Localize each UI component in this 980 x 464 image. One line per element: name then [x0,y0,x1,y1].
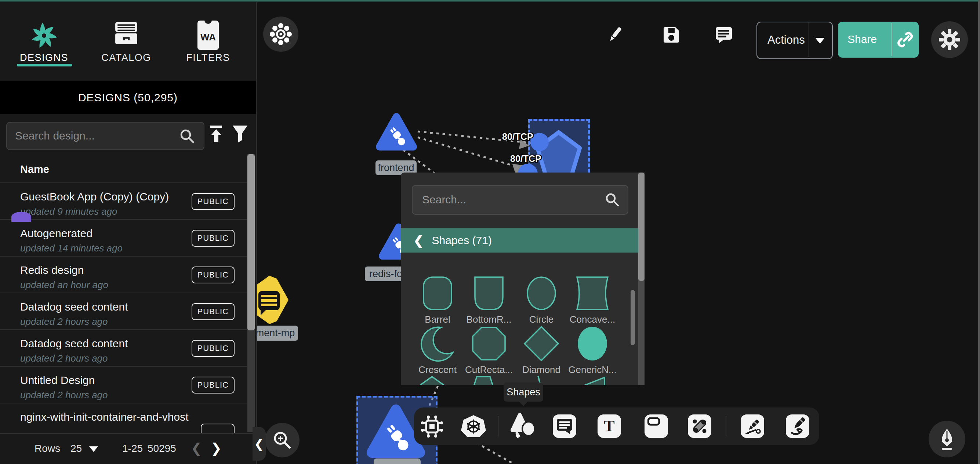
app-root: frontend redis-fo ment-mp [0,0,980,464]
rows-per-page-caret-icon[interactable] [89,446,98,452]
freehand-tool-button[interactable] [786,415,809,438]
note-tool-icon [648,418,665,435]
genericnode-shape-icon [574,325,611,362]
visibility-badge: PUBLIC [192,340,235,357]
node-label-yellow[interactable]: ment-mp [257,325,298,341]
shape-item-concavehexagon[interactable]: Concave... [568,275,616,313]
panel-scrollbar-thumb[interactable] [638,172,644,281]
visibility-badge: PUBLIC [192,303,235,320]
tab-designs[interactable]: DESIGNS [7,15,81,77]
comments-icon[interactable] [715,26,733,43]
shape-item-genericnode[interactable]: GenericN... [568,325,616,364]
node-frontend[interactable] [375,112,418,151]
design-row-4[interactable]: Datadog seed content updated 2 hours ago… [0,293,247,330]
window-scrollbar[interactable] [978,0,980,464]
brand-top-border [0,0,980,2]
circle-shape-icon [523,275,560,312]
components-chip-icon[interactable] [420,414,444,439]
wasm-filter-icon: WA [197,21,219,50]
bottomround-shape-icon [471,275,507,312]
visibility-badge: PUBLIC [192,376,235,394]
edge-pen-tool-button[interactable] [741,415,764,438]
comment-tool-icon [556,418,573,434]
sidebar-divider [256,0,256,464]
upload-design-icon[interactable] [208,125,224,143]
settings-button[interactable] [931,21,968,58]
concave-shape-icon [574,275,611,312]
design-row-2[interactable]: Autogenerated updated 14 minutes ago PUB… [0,219,247,257]
share-button[interactable]: Share [838,22,919,57]
shapes-panel-title: Shapes (71) [432,234,492,247]
sidebar-scrollbar-thumb[interactable] [247,154,255,330]
save-icon[interactable] [663,26,680,43]
tab-catalog[interactable]: CATALOG [89,15,163,77]
design-search-box[interactable] [6,122,204,150]
caret-down-icon[interactable] [815,38,825,44]
note-tool-button[interactable] [644,415,668,438]
barrel-shape-icon [419,275,456,312]
dock-tooltip: Shapes [504,383,543,402]
pen-arrow-icon [744,418,761,435]
design-row-5[interactable]: Datadog seed content updated 2 hours ago… [0,329,247,367]
shape-item-cutrectangle[interactable]: CutRecta... [465,325,513,364]
text-tool-button[interactable]: T [598,415,621,438]
visibility-badge: PUBLIC [192,230,235,247]
diamond-shape-icon [523,325,560,362]
dock-divider [725,416,726,437]
rows-per-page-value[interactable]: 25 [70,443,82,454]
dot-wheel-icon [269,22,293,46]
rows-label: Rows [35,443,60,454]
shapes-tool-icon[interactable] [510,413,537,440]
shapes-search-input[interactable] [422,186,595,213]
visibility-badge: PUBLIC [192,266,235,284]
gear-icon [938,28,961,51]
designs-sidebar: DESIGNS CATALOG WA FILTERS DESIGNS (50,2 [0,0,256,464]
grid-scrollbar-thumb[interactable] [631,290,635,345]
next-page-button[interactable]: ❯ [211,440,222,456]
page-range: 1-25 [122,443,143,454]
design-row-3[interactable]: Redis design updated an hour ago PUBLIC [0,256,247,293]
design-canvas[interactable]: frontend redis-fo ment-mp [257,0,980,464]
zoom-in-button[interactable] [265,423,299,458]
tab-filters[interactable]: WA FILTERS [172,15,245,77]
node-yellow-arrow[interactable] [257,275,289,325]
magnifier-plus-icon [272,430,293,450]
prev-page-button[interactable]: ❮ [191,440,202,456]
dock-tooltip-label: Shapes [506,387,540,398]
search-icon [605,192,620,207]
shape-item-barrel[interactable]: Barrel [414,275,461,313]
sidebar-count-header: DESIGNS (50,295) [0,81,256,114]
kubernetes-icon[interactable] [461,414,486,438]
node-label-clipped [374,459,421,464]
column-header-name[interactable]: Name [20,163,49,175]
catalog-archive-icon [114,21,139,45]
visibility-badge: PUBLIC [192,193,235,210]
shape-item-bottomroundrectangle[interactable]: BottomR... [465,275,513,313]
design-row-1[interactable]: GuestBook App (Copy) (Copy) updated 9 mi… [0,182,247,220]
link-icon[interactable] [897,31,913,48]
sidebar-collapse-button[interactable]: ❮ [253,427,266,461]
pen-mode-button[interactable] [929,421,965,458]
actions-button[interactable]: Actions [756,22,833,59]
edit-pen-icon[interactable] [606,26,624,43]
shape-item-diamond[interactable]: Diamond [517,325,565,364]
design-search-input[interactable] [14,123,173,149]
shapes-search-box[interactable] [412,185,628,215]
share-label: Share [848,33,877,46]
cluster-context-button[interactable] [263,16,298,52]
node-label-redis[interactable]: redis-fo [365,266,407,281]
relationship-tool-button[interactable] [688,415,711,438]
chevron-left-icon[interactable]: ❮ [413,233,424,248]
shapes-panel-header[interactable]: ❮ Shapes (71) [401,228,638,253]
comment-tool-button[interactable] [553,415,576,438]
edge-label-80tcp-2: 80/TCP [510,153,541,164]
active-tab-underline [17,64,72,67]
button-divider [808,22,809,57]
shape-item-crescent[interactable]: Crescent [414,325,461,364]
design-row-6[interactable]: Untitled Design updated 2 hours ago PUBL… [0,366,247,403]
shapes-panel: ❮ Shapes (71) Barrel BottomR... [401,172,644,385]
filter-funnel-icon[interactable] [232,125,248,143]
edge-label-80tcp-1: 80/TCP [502,131,533,142]
shape-item-circle[interactable]: Circle [517,275,565,313]
sidebar-count-label: DESIGNS (50,295) [78,91,178,104]
